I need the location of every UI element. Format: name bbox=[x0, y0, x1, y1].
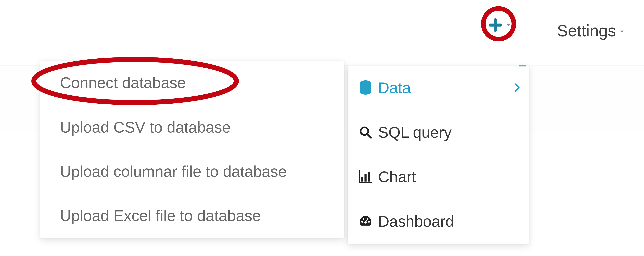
menu-item-data[interactable]: Data bbox=[348, 65, 529, 110]
svg-point-6 bbox=[362, 218, 364, 220]
submenu-item-label: Upload CSV to database bbox=[60, 118, 231, 136]
plus-dropdown-button[interactable] bbox=[487, 10, 513, 40]
submenu-item-label: Upload columnar file to database bbox=[60, 163, 287, 180]
menu-item-label: SQL query bbox=[378, 123, 520, 141]
caret-down-icon bbox=[619, 30, 625, 34]
svg-point-9 bbox=[364, 221, 367, 223]
menu-item-sql-query[interactable]: SQL query bbox=[348, 110, 529, 155]
gauge-icon bbox=[356, 215, 374, 228]
svg-rect-3 bbox=[364, 174, 367, 182]
caret-down-icon bbox=[505, 23, 511, 27]
plus-dropdown-container bbox=[487, 10, 513, 40]
submenu-item-label: Connect database bbox=[60, 74, 186, 92]
bar-chart-icon bbox=[356, 170, 374, 183]
submenu-item-upload-columnar[interactable]: Upload columnar file to database bbox=[40, 149, 344, 193]
menu-item-dashboard[interactable]: Dashboard bbox=[348, 199, 529, 243]
submenu-item-label: Upload Excel file to database bbox=[60, 207, 261, 225]
submenu-item-upload-excel[interactable]: Upload Excel file to database bbox=[40, 193, 344, 238]
settings-label: Settings bbox=[557, 21, 616, 40]
svg-point-8 bbox=[368, 221, 370, 223]
database-icon bbox=[356, 80, 374, 95]
menu-item-chart[interactable]: Chart bbox=[348, 155, 529, 199]
data-submenu: Connect database Upload CSV to database … bbox=[40, 61, 344, 238]
submenu-item-connect-database[interactable]: Connect database bbox=[40, 61, 344, 105]
menu-item-label: Data bbox=[378, 79, 514, 97]
plus-dropdown-menu: Data SQL query Chart bbox=[348, 65, 529, 243]
chevron-right-icon bbox=[514, 83, 520, 93]
plus-icon bbox=[488, 18, 502, 32]
settings-dropdown-button[interactable]: Settings bbox=[557, 21, 625, 40]
search-icon bbox=[356, 126, 374, 139]
menu-item-label: Chart bbox=[378, 168, 520, 186]
svg-rect-2 bbox=[361, 177, 364, 182]
submenu-item-upload-csv[interactable]: Upload CSV to database bbox=[40, 105, 344, 149]
svg-rect-4 bbox=[368, 172, 370, 182]
top-bar bbox=[0, 0, 644, 65]
svg-point-5 bbox=[361, 221, 363, 223]
menu-item-label: Dashboard bbox=[378, 212, 520, 230]
